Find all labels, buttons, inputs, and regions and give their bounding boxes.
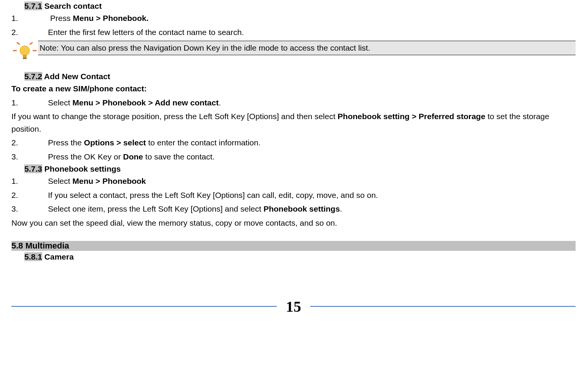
- step-2: 2.If you select a contact, press the Lef…: [11, 189, 576, 202]
- section-title: Camera: [45, 252, 74, 261]
- page-footer: 15: [11, 298, 576, 323]
- step-2: 2.Press the Options > select to enter th…: [11, 137, 576, 149]
- section-title: Add New Contact: [44, 72, 110, 81]
- svg-rect-6: [23, 58, 27, 59]
- list-number: 1.: [11, 12, 48, 25]
- step-text: Select one item, press the Left Soft Key…: [48, 204, 263, 213]
- menu-path: Phonebook settings: [263, 204, 340, 213]
- section-title: Phonebook settings: [45, 164, 121, 173]
- menu-path: Phonebook setting > Preferred storage: [338, 112, 485, 121]
- menu-path: Done: [123, 152, 143, 161]
- note-text: Note: You can also press the Navigation …: [38, 41, 576, 55]
- note-callout: Note: You can also press the Navigation …: [11, 41, 576, 61]
- paragraph: If you want to change the storage positi…: [11, 110, 576, 135]
- list-number: 3.: [11, 203, 48, 215]
- step-1: 1.Select Menu > Phonebook > Add new cont…: [11, 97, 576, 109]
- step-text: .: [219, 98, 221, 107]
- heading-58: 5.8 Multimedia: [11, 241, 576, 251]
- step-text: Press: [48, 14, 73, 22]
- step-text: Select: [48, 177, 72, 185]
- footer-rule-left: [11, 306, 277, 307]
- svg-line-1: [30, 42, 33, 45]
- menu-path: Menu > Phonebook > Add new contact: [72, 98, 219, 107]
- section-title: Search contact: [45, 2, 102, 10]
- step-3: 3.Press the OK Key or Done to save the c…: [11, 151, 576, 163]
- heading-581: 5.8.1 Camera: [24, 252, 576, 261]
- section-number: 5.8.1: [24, 252, 42, 261]
- step-2: 2.Enter the first few letters of the con…: [11, 26, 576, 39]
- heading-571: 5.7.1 Search contact: [24, 2, 576, 11]
- menu-path: Options > select: [84, 138, 146, 147]
- svg-rect-5: [23, 55, 27, 58]
- step-text: If you select a contact, press the Left …: [48, 191, 378, 199]
- menu-path: Menu > Phonebook.: [73, 14, 148, 22]
- list-number: 1.: [11, 97, 48, 109]
- closing-line: Now you can set the speed dial, view the…: [11, 217, 576, 229]
- list-number: 1.: [11, 175, 48, 188]
- step-text: Select: [48, 98, 72, 107]
- lightbulb-icon: [11, 42, 38, 61]
- menu-path: Menu > Phonebook: [72, 177, 146, 185]
- step-1: 1.Select Menu > Phonebook: [11, 175, 576, 188]
- list-number: 2.: [11, 189, 48, 202]
- step-1: 1. Press Menu > Phonebook.: [11, 12, 576, 25]
- document-page: 5.7.1 Search contact 1. Press Menu > Pho…: [0, 2, 587, 331]
- heading-573: 5.7.3 Phonebook settings: [24, 164, 576, 174]
- body-text: If you want to change the storage positi…: [11, 112, 338, 121]
- section-number: 5.7.2: [24, 72, 42, 81]
- step-3: 3.Select one item, press the Left Soft K…: [11, 203, 576, 215]
- step-text: .: [340, 204, 342, 213]
- svg-point-4: [20, 46, 30, 56]
- page-number: 15: [277, 298, 310, 316]
- list-number: 3.: [11, 151, 48, 163]
- list-number: 2.: [11, 26, 48, 39]
- footer-rule-right: [310, 306, 576, 307]
- section-title: 5.8 Multimedia: [11, 241, 576, 251]
- section-number: 5.7.3: [24, 164, 42, 173]
- section-number: 5.7.1: [24, 2, 42, 10]
- step-text: Press the: [48, 138, 84, 147]
- svg-line-0: [17, 42, 20, 45]
- step-text: Enter the first few letters of the conta…: [48, 28, 244, 37]
- step-text: to enter the contact information.: [146, 138, 260, 147]
- heading-572: 5.7.2 Add New Contact: [24, 72, 576, 81]
- step-text: Press the OK Key or: [48, 152, 123, 161]
- intro-line: To create a new SIM/phone contact:: [11, 83, 576, 95]
- step-text: to save the contact.: [143, 152, 215, 161]
- list-number: 2.: [11, 137, 48, 149]
